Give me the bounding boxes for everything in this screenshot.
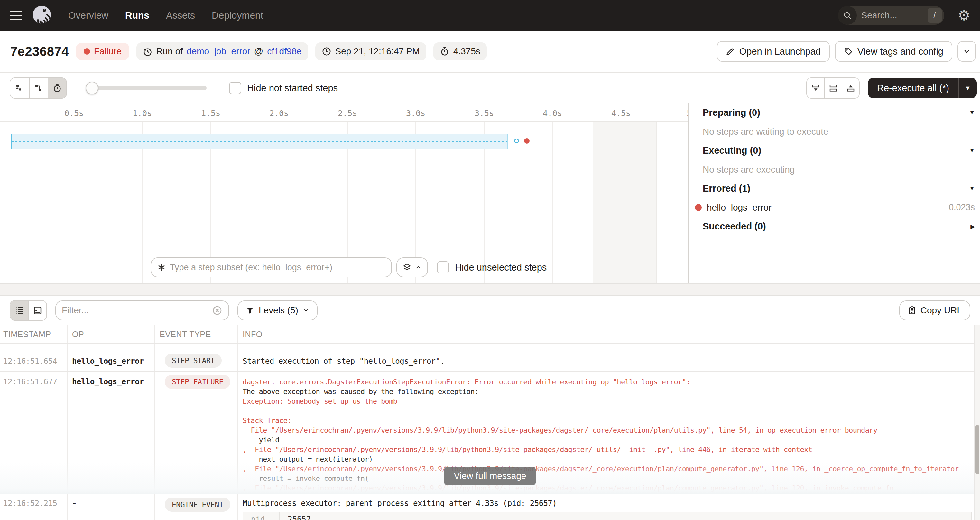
pencil-icon [726, 47, 735, 56]
nav-item-overview[interactable]: Overview [68, 10, 108, 21]
log-table: TIMESTAMP OP EVENT TYPE INFO 12:16:51.65… [0, 325, 980, 520]
view-full-message-button[interactable]: View full message [444, 467, 536, 485]
gantt-view-mode-group [10, 78, 67, 99]
hide-unselected-label: Hide unselected steps [455, 262, 547, 273]
run-body: 0.5s 1.0s 1.5s 2.0s 2.5s 3.0s 3.5s 4.0s … [0, 103, 980, 284]
reexecute-caret-button[interactable]: ▾ [958, 78, 977, 98]
log-structured-view-button[interactable] [28, 301, 46, 320]
view-tags-config-button[interactable]: View tags and config [835, 41, 952, 62]
chevron-up-icon [415, 264, 422, 271]
snapshot-link[interactable]: cf1df98e [267, 46, 301, 57]
waterfall-view-button[interactable] [29, 78, 48, 98]
nav-item-assets[interactable]: Assets [166, 10, 195, 21]
reexecute-all-button[interactable]: Re-execute all (*) [868, 78, 958, 98]
axis-tick: 2.5s [338, 109, 357, 118]
open-launchpad-button[interactable]: Open in Launchpad [717, 41, 830, 62]
gantt-controls: Hide unselected steps [0, 257, 688, 278]
col-header-timestamp: TIMESTAMP [0, 325, 68, 343]
failure-dot-icon [84, 48, 90, 55]
section-executing[interactable]: Executing (0) ▼ [689, 141, 980, 160]
copy-url-button[interactable]: Copy URL [899, 301, 970, 320]
step-gantt-bar[interactable] [11, 134, 508, 149]
menu-icon[interactable] [10, 11, 22, 20]
expand-arrow-icon: ▶ [970, 223, 975, 230]
collapse-arrow-icon: ▼ [969, 185, 975, 192]
axis-tick: 1.0s [132, 109, 152, 118]
collapse-top-button[interactable] [842, 78, 859, 98]
global-search[interactable]: / [838, 6, 944, 25]
executing-empty-row: No steps are executing [689, 160, 980, 179]
reexecute-split-button: Re-execute all (*) ▾ [868, 78, 977, 98]
log-filter-wrap [55, 301, 229, 320]
run-actions-caret-button[interactable] [958, 41, 976, 62]
axis-tick: 4.5s [611, 109, 631, 118]
preparing-empty-row: No steps are waiting to execute [689, 122, 980, 141]
dagster-run-page: Overview Runs Assets Deployment / ⚙ 7e23… [0, 0, 980, 520]
nav-item-deployment[interactable]: Deployment [212, 10, 263, 21]
timed-view-button[interactable] [48, 78, 66, 98]
col-header-info: INFO [238, 325, 980, 343]
at-separator: @ [254, 46, 263, 57]
chevron-down-icon [963, 47, 971, 55]
log-row-step-failure[interactable]: 12:16:51.677 hello_logs_error STEP_FAILU… [0, 371, 980, 494]
gantt-zoom-knob[interactable] [86, 82, 99, 95]
step-subset-input[interactable] [170, 263, 385, 273]
log-scrollbar-thumb[interactable] [975, 425, 979, 474]
run-of-pill: Run of demo_job_error @ cf1df98e [137, 43, 308, 60]
gantt-time-axis: 0.5s 1.0s 1.5s 2.0s 2.5s 3.0s 3.5s 4.0s … [0, 103, 688, 122]
split-panels-button[interactable] [824, 78, 842, 98]
run-id: 7e236874 [10, 44, 69, 59]
run-of-label: Run of [156, 46, 183, 57]
clear-filter-icon[interactable] [212, 305, 223, 316]
search-input[interactable] [861, 10, 928, 21]
section-succeeded[interactable]: Succeeded (0) ▶ [689, 217, 980, 236]
nav-links: Overview Runs Assets Deployment [68, 10, 263, 21]
levels-filter-button[interactable]: Levels (5) [237, 301, 318, 320]
dagster-logo-icon[interactable] [32, 5, 53, 26]
hide-not-started-checkbox[interactable] [229, 82, 241, 94]
axis-tick: 3.0s [406, 109, 425, 118]
collapse-bottom-button[interactable] [807, 78, 824, 98]
log-list-view-button[interactable] [10, 301, 28, 320]
axis-tick: 2.0s [269, 109, 289, 118]
error-stack-trace: dagster._core.errors.DagsterExecutionSte… [238, 371, 980, 494]
job-name-link[interactable]: demo_job_error [187, 46, 250, 57]
timer-icon [440, 47, 449, 56]
top-nav: Overview Runs Assets Deployment / ⚙ [0, 0, 980, 31]
panel-collapse-down-icon [811, 83, 821, 93]
event-type-badge: STEP_START [165, 354, 222, 368]
collapse-arrow-icon: ▼ [969, 147, 975, 154]
gantt-plot-area[interactable]: Hide unselected steps [0, 122, 688, 284]
gantt-zoom-slider[interactable] [87, 86, 207, 90]
op-selector-icon [157, 263, 166, 272]
list-view-icon [14, 306, 24, 315]
log-row-engine-event[interactable]: 12:16:52.215 - ENGINE_EVENT Multiprocess… [0, 494, 980, 520]
log-row-step-start[interactable]: 12:16:51.654 hello_logs_error STEP_START… [0, 350, 980, 371]
section-preparing[interactable]: Preparing (0) ▼ [689, 103, 980, 122]
status-badge: Failure [76, 43, 129, 60]
panel-collapse-up-icon [846, 83, 856, 93]
steps-status-panel: Preparing (0) ▼ No steps are waiting to … [689, 103, 980, 284]
axis-tick: 3.5s [474, 109, 494, 118]
start-time-pill: Sep 21, 12:16:47 PM [315, 43, 426, 60]
error-dot-icon [695, 204, 702, 211]
axis-tick: 4.0s [543, 109, 562, 118]
gantt-toolbar: Hide not started steps Re-execute all (*… [0, 73, 980, 103]
errored-step-row[interactable]: hello_logs_error 0.023s [689, 198, 980, 217]
run-header: 7e236874 Failure Run of demo_job_error @… [0, 31, 980, 73]
apply-step-filter-button[interactable] [396, 257, 428, 277]
log-scrollbar-track[interactable] [974, 325, 980, 520]
log-filter-input[interactable] [62, 305, 208, 315]
history-icon [143, 47, 153, 56]
clock-icon [322, 47, 331, 56]
search-icon [838, 6, 857, 25]
section-errored[interactable]: Errored (1) ▼ [689, 179, 980, 198]
panel-splitter[interactable] [0, 284, 980, 296]
gear-icon[interactable]: ⚙ [958, 8, 970, 22]
hide-unselected-checkbox[interactable] [437, 261, 449, 274]
log-table-header: TIMESTAMP OP EVENT TYPE INFO [0, 325, 980, 344]
nav-item-runs[interactable]: Runs [125, 10, 149, 21]
structured-view-icon [33, 306, 43, 315]
flat-view-button[interactable] [10, 78, 29, 98]
funnel-icon [246, 306, 254, 315]
